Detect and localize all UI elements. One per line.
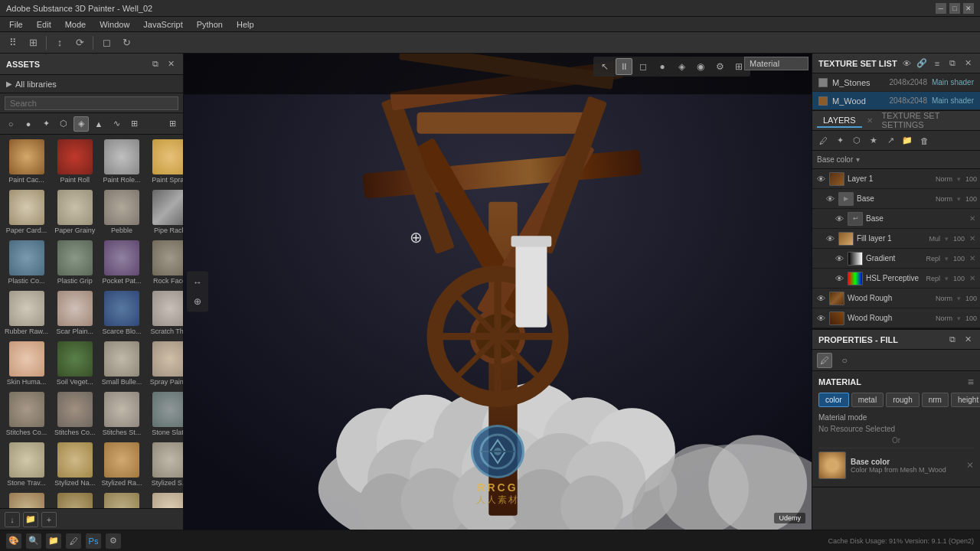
material-menu-button[interactable]: ≡ (968, 376, 974, 388)
base-color-remove-button[interactable]: ✕ (966, 460, 974, 471)
vp-camera-tool[interactable]: ◻ (635, 58, 652, 75)
assets-new-button[interactable]: + (41, 512, 57, 527)
tool-paint-bucket[interactable]: ⬡ (56, 116, 71, 132)
channel-btn-metal[interactable]: metal (851, 393, 884, 407)
tool-brush-star[interactable]: ✦ (38, 116, 54, 132)
channel-btn-nrm[interactable]: nrm (922, 393, 949, 407)
layer-tool-fx[interactable]: ★ (866, 133, 881, 148)
layer-tool-mask[interactable]: ⬡ (849, 133, 864, 148)
layer-close-base-fill[interactable]: ✕ (968, 214, 977, 223)
vp-cursor-tool[interactable]: ↖ (596, 58, 613, 75)
asset-item-28[interactable]: Stylized W... (3, 491, 50, 508)
search-input[interactable] (5, 96, 178, 110)
asset-item-26[interactable]: Stylized Ra... (100, 441, 144, 488)
taskbar-search-icon[interactable]: 🔍 (26, 533, 41, 549)
layer-tool-trash[interactable]: 🗑 (916, 133, 932, 148)
taskbar-extra-icon[interactable]: ⚙ (106, 533, 121, 549)
asset-item-4[interactable]: Paper Card... (3, 188, 50, 236)
tool-grid-view[interactable]: ⊞ (165, 116, 180, 132)
taskbar-file-icon[interactable]: 📁 (46, 533, 61, 549)
menu-file[interactable]: File (3, 18, 29, 31)
asset-item-14[interactable]: Scarce Blo... (100, 289, 144, 337)
asset-item-8[interactable]: Plastic Co... (3, 239, 50, 286)
layer-eye-gradient[interactable]: 👁 (834, 253, 844, 264)
asset-item-0[interactable]: Paint Cac... (3, 138, 50, 185)
tool-particle[interactable]: ∿ (109, 116, 124, 132)
asset-item-1[interactable]: Paint Roll (53, 138, 97, 185)
tsl-row-m-stones[interactable]: M_Stones 2048x2048 Main shader (812, 73, 980, 92)
layer-eye-hsl[interactable]: 👁 (834, 273, 844, 284)
assets-expand-button[interactable]: ⧉ (149, 58, 162, 70)
props-expand-icon[interactable]: ⧉ (946, 334, 959, 346)
asset-item-2[interactable]: Paint Role... (100, 138, 144, 185)
layer-item-hsl[interactable]: 👁 HSL Perceptive Repl ▾ 100 ✕ (812, 269, 980, 289)
asset-item-9[interactable]: Plastic Grip (53, 239, 97, 286)
assets-close-button[interactable]: ✕ (165, 58, 177, 70)
taskbar-photoshop-icon[interactable]: Ps (86, 533, 101, 549)
assets-library-row[interactable]: ▶ All libraries (0, 75, 183, 93)
layer-tool-folder[interactable]: 📁 (900, 133, 915, 148)
tsl-eye-icon[interactable]: 👁 (900, 57, 913, 70)
tsl-close-icon[interactable]: ✕ (962, 57, 974, 70)
toolbar-grid-large[interactable]: ⊞ (24, 34, 41, 51)
layer-eye-base-fill[interactable]: 👁 (834, 214, 844, 224)
layer-item-wood-rough2[interactable]: 👁 Wood Rough Norm ▾ 100 (812, 308, 980, 328)
layer-item-gradient[interactable]: 👁 Gradient Repl ▾ 100 ✕ (812, 249, 980, 269)
taskbar-paint-icon[interactable]: 🖊 (66, 533, 81, 549)
asset-item-24[interactable]: Stone Trav... (3, 441, 50, 488)
maximize-button[interactable]: □ (949, 3, 960, 14)
toolbar-rotate[interactable]: ⟳ (71, 34, 88, 51)
tsl-link-icon[interactable]: 🔗 (916, 57, 928, 70)
layer-eye-base-group[interactable]: 👁 (825, 194, 835, 204)
asset-item-27[interactable]: Stylized S... (147, 441, 183, 488)
tab-layers[interactable]: LAYERS (817, 114, 862, 128)
asset-item-6[interactable]: Pebble (100, 188, 144, 236)
tsl-expand-icon[interactable]: ⧉ (946, 57, 959, 70)
tool-brush-round[interactable]: ● (21, 116, 36, 132)
asset-item-19[interactable]: Spray Pain... (147, 340, 183, 387)
layer-tool-arrow[interactable]: ↗ (883, 133, 898, 148)
layer-eye-wood-rough1[interactable]: 👁 (815, 293, 826, 304)
channel-btn-color[interactable]: color (818, 393, 849, 407)
asset-item-5[interactable]: Paper Grainy (53, 188, 97, 236)
asset-item-20[interactable]: Stitches Co... (3, 390, 50, 438)
tool-brush-circle[interactable]: ○ (3, 116, 18, 132)
asset-item-18[interactable]: Small Bulle... (100, 340, 144, 387)
asset-item-3[interactable]: Paint Spray (147, 138, 183, 185)
vp-sphere-tool[interactable]: ● (654, 58, 671, 75)
asset-item-16[interactable]: Skin Huma... (3, 340, 50, 387)
tsl-row-m-wood[interactable]: M_Wood 2048x2048 Main shader (812, 92, 980, 110)
asset-item-12[interactable]: Rubber Raw... (3, 289, 50, 337)
layer-tool-fill[interactable]: ✦ (832, 133, 848, 148)
vp-cube-tool[interactable]: ◈ (673, 58, 690, 75)
menu-mode[interactable]: Mode (59, 18, 93, 31)
asset-item-10[interactable]: Pocket Pat... (100, 239, 144, 286)
asset-item-31[interactable]: Terrazzo Co... (147, 491, 183, 508)
menu-window[interactable]: Window (93, 18, 136, 31)
asset-item-21[interactable]: Stitches Co... (53, 390, 97, 438)
layer-item-fill-layer1[interactable]: 👁 Fill layer 1 Mul ▾ 100 ✕ (812, 229, 980, 249)
channel-btn-height[interactable]: height (951, 393, 980, 407)
asset-item-22[interactable]: Stitches St... (100, 390, 144, 438)
toolbar-square[interactable]: ◻ (98, 34, 115, 51)
vp-left-tool-1[interactable]: ↔ (189, 274, 206, 291)
toolbar-move[interactable]: ↕ (51, 34, 68, 51)
layer-eye-fill-layer1[interactable]: 👁 (825, 233, 835, 244)
asset-item-30[interactable]: Stylized W... (100, 491, 144, 508)
menu-python[interactable]: Python (191, 18, 229, 31)
layer-eye-wood-rough2[interactable]: 👁 (815, 313, 826, 324)
layer-close-hsl[interactable]: ✕ (968, 274, 977, 283)
menu-javascript[interactable]: JavaScript (137, 18, 188, 31)
asset-item-17[interactable]: Soil Veget... (53, 340, 97, 387)
props-icon-paint[interactable]: 🖊 (817, 353, 832, 368)
props-close-icon[interactable]: ✕ (962, 334, 974, 346)
layer-eye-layer1[interactable]: 👁 (815, 174, 826, 184)
vp-settings-tool[interactable]: ⚙ (711, 58, 728, 75)
vp-light-tool[interactable]: ◉ (692, 58, 709, 75)
tool-filter[interactable]: ▲ (91, 116, 106, 132)
toolbar-grid-small[interactable]: ⠿ (5, 34, 21, 51)
layer-item-base-group[interactable]: 👁 ▶ Base Norm ▾ 100 (812, 189, 980, 209)
layer-item-base-fill[interactable]: 👁 ↩ Base ✕ (812, 209, 980, 229)
taskbar-app-icon[interactable]: 🎨 (6, 533, 21, 549)
layer-tool-paint[interactable]: 🖊 (815, 133, 831, 148)
